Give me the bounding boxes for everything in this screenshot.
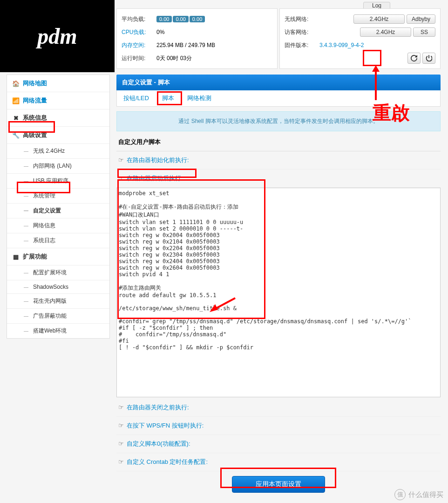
watermark-text: 什么值得买 — [408, 490, 443, 499]
ss-button[interactable]: SS — [413, 27, 435, 37]
watermark-badge: 值 — [394, 489, 406, 500]
nav-ext-env[interactable]: 配置扩展环境 — [7, 265, 109, 280]
watermark: 值 什么值得买 — [394, 489, 443, 500]
refresh-icon — [411, 55, 417, 61]
hand-icon: ☞ — [118, 458, 124, 465]
svg-line-2 — [215, 298, 235, 309]
uptime-label: 运行时间: — [122, 54, 156, 62]
hand-icon: ☞ — [118, 422, 124, 429]
svg-marker-3 — [210, 304, 218, 312]
page-title: 自定义设置 - 脚本 — [116, 75, 441, 90]
acc-crontab[interactable]: ☞自定义 Crontab 定时任务配置: — [116, 453, 441, 471]
power-icon — [426, 55, 432, 61]
load-badge-1: 0.00 — [156, 16, 172, 22]
firmware-label: 固件版本: — [285, 41, 319, 49]
shuffle-icon: ✖ — [12, 115, 20, 122]
nav-lan[interactable]: 内部网络 (LAN) — [7, 158, 109, 173]
tab-net-check[interactable]: 网络检测 — [181, 90, 218, 106]
guest-label: 访客网络: — [285, 28, 319, 36]
nav-net-info[interactable]: 网络信息 — [7, 218, 109, 233]
grid-icon: ▦ — [12, 253, 20, 260]
nav-custom-settings[interactable]: 自定义设置 — [7, 203, 109, 218]
nav-network-map[interactable]: 🏠网络地图 — [7, 75, 109, 92]
power-button[interactable] — [422, 53, 435, 64]
svg-marker-1 — [372, 65, 380, 72]
hand-icon: ☞ — [118, 175, 124, 182]
acc-init[interactable]: ☞在路由器初始化前执行: — [116, 151, 441, 170]
mem-free-label[interactable]: 内存空闲: — [122, 41, 156, 49]
acc-started[interactable]: ☞在路由器启动后执行: — [116, 170, 441, 188]
nav-oray[interactable]: 花生壳内网版 — [7, 293, 109, 308]
nav-web-env[interactable]: 搭建Web环境 — [7, 323, 109, 338]
system-status-card: 平均负载: 0.00 0.00 0.00 CPU负载:0% 内存空闲:225.9… — [116, 8, 278, 69]
nav-shadowsocks[interactable]: ShadowSocks — [7, 280, 109, 293]
hand-icon: ☞ — [118, 156, 124, 163]
script-textarea[interactable] — [116, 188, 441, 397]
nav-wireless-24[interactable]: 无线 2.4GHz — [7, 143, 109, 158]
nav-adblock[interactable]: 广告屏蔽功能 — [7, 308, 109, 323]
tab-script[interactable]: 脚本 — [156, 90, 181, 106]
cpu-load-value: 0% — [156, 29, 164, 35]
acc-wps[interactable]: ☞在按下 WPS/FN 按钮时执行: — [116, 417, 441, 435]
annotation-restart: 重啟 — [373, 100, 410, 126]
nav-sys-admin[interactable]: 系统管理 — [7, 188, 109, 203]
nav-syslog[interactable]: 系统日志 — [7, 233, 109, 248]
section-header: 自定义用户脚本 — [116, 131, 441, 151]
adbyby-button[interactable]: Adbyby — [407, 14, 435, 24]
firmware-version[interactable]: 3.4.3.9-099_9-4-2 — [319, 42, 364, 48]
logo: pdm — [37, 23, 77, 49]
home-icon: 🏠 — [12, 80, 20, 87]
load-badge-3: 0.00 — [190, 16, 205, 22]
acc-shutdown[interactable]: ☞在路由器关闭之前执行: — [116, 399, 441, 417]
nav-traffic[interactable]: 📶网络流量 — [7, 92, 109, 109]
nav-sysinfo[interactable]: ✖系统信息 — [7, 109, 109, 126]
sidebar: 🏠网络地图 📶网络流量 ✖系统信息 🔧高级设置 无线 2.4GHz 内部网络 (… — [7, 75, 110, 339]
avg-load-label: 平均负载: — [122, 15, 156, 23]
main-content: 自定义设置 - 脚本 按钮/LED 脚本 网络检测 通过 Shell 脚本可以灵… — [116, 75, 441, 493]
tab-button-led[interactable]: 按钮/LED — [117, 90, 156, 106]
cpu-load-label[interactable]: CPU负载: — [122, 28, 156, 36]
load-badge-2: 0.00 — [173, 16, 188, 22]
uptime-value: 0天 00时 03分 — [156, 54, 192, 62]
wireless-label: 无线网络: — [285, 15, 319, 23]
nav-extensions[interactable]: ▦扩展功能 — [7, 248, 109, 265]
refresh-button[interactable] — [407, 53, 421, 64]
nav-usb[interactable]: USB 应用程序 — [7, 173, 109, 188]
wrench-icon: 🔧 — [12, 132, 20, 139]
traffic-icon: 📶 — [12, 97, 20, 104]
acc-script0[interactable]: ☞自定义脚本0(功能配置): — [116, 435, 441, 453]
nav-advanced[interactable]: 🔧高级设置 — [7, 126, 109, 143]
wireless-24ghz-button[interactable]: 2.4GHz — [353, 14, 405, 24]
mem-free-value: 225.94 MB / 249.79 MB — [156, 42, 215, 48]
network-status-card: 无线网络: 2.4GHz Adbyby 访客网络: 2.4GHz SS 固件版本… — [279, 8, 441, 69]
hand-icon: ☞ — [118, 440, 124, 447]
hand-icon: ☞ — [118, 404, 124, 411]
guest-24ghz-button[interactable]: 2.4GHz — [360, 27, 411, 37]
apply-button[interactable]: 应用本页面设置 — [232, 476, 325, 493]
